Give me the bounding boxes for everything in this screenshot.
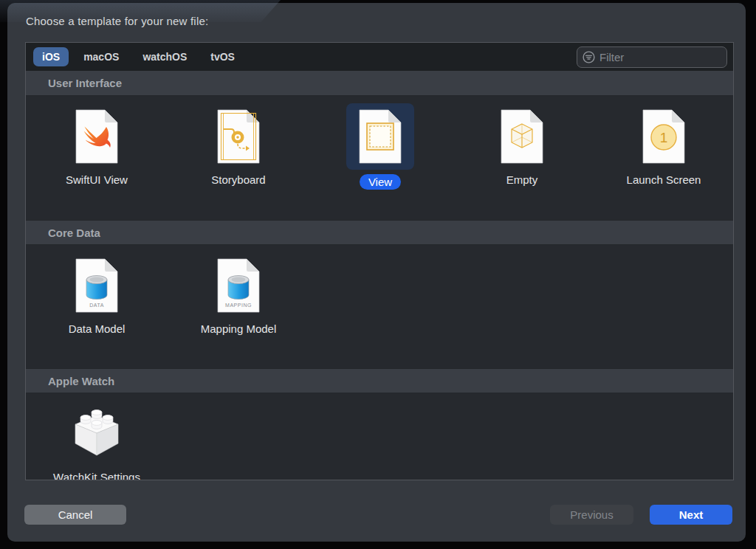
template-item-label: SwiftUI View: [66, 173, 128, 186]
template-item-label: View: [360, 174, 401, 190]
filter-input[interactable]: Filter: [577, 46, 727, 68]
section-header-apple-watch: Apple Watch: [26, 368, 733, 393]
template-item-label: Storyboard: [211, 173, 265, 186]
svg-text:1: 1: [660, 130, 668, 145]
watchkit-brick-icon: [63, 401, 131, 467]
dialog-title: Choose a template for your new file:: [26, 15, 208, 27]
template-item-watchkit-settings[interactable]: WatchKit Settings: [26, 393, 168, 480]
tab-ios[interactable]: iOS: [33, 47, 69, 66]
filter-placeholder: Filter: [599, 51, 624, 63]
template-item-storyboard[interactable]: Storyboard: [168, 96, 309, 190]
template-chooser-panel: iOS macOS watchOS tvOS Filter User Inter…: [25, 42, 734, 480]
template-item-empty[interactable]: Empty: [451, 96, 593, 190]
section-header-core-data: Core Data: [26, 220, 733, 245]
section-header-user-interface: User Interface: [26, 71, 733, 96]
template-item-mapping-model[interactable]: MAPPINGMapping Model: [168, 245, 309, 335]
mapping-model-document-icon: MAPPING: [205, 252, 272, 319]
data-model-document-icon: DATA: [63, 252, 131, 319]
section-content-user-interface: SwiftUI View Storyboard View Empty 1Laun…: [26, 96, 733, 220]
storyboard-document-icon: [205, 103, 272, 170]
template-item-label: Launch Screen: [627, 173, 701, 186]
template-item-launch-screen[interactable]: 1Launch Screen: [593, 96, 733, 190]
template-item-label: Mapping Model: [201, 322, 277, 335]
template-item-data-model[interactable]: DATAData Model: [26, 245, 168, 335]
tab-macos[interactable]: macOS: [75, 47, 128, 66]
tab-watchos[interactable]: watchOS: [134, 47, 196, 66]
svg-text:DATA: DATA: [89, 303, 104, 308]
filter-circle-icon: [583, 51, 595, 63]
template-item-label: Data Model: [69, 322, 126, 335]
next-button[interactable]: Next: [650, 505, 732, 525]
template-item-label: WatchKit Settings: [53, 471, 140, 480]
previous-button[interactable]: Previous: [550, 505, 633, 525]
section-content-apple-watch: WatchKit Settings: [26, 393, 733, 480]
section-content-core-data: DATAData Model MAPPINGMapping Model: [26, 245, 733, 368]
svg-text:MAPPING: MAPPING: [225, 303, 252, 308]
swiftui-document-icon: [63, 103, 131, 170]
empty-document-icon: [488, 103, 556, 170]
launch-screen-document-icon: 1: [630, 103, 698, 170]
new-file-template-dialog: Choose a template for your new file: iOS…: [7, 3, 746, 542]
view-document-icon: [346, 103, 414, 170]
template-sections: User Interface SwiftUI View Storyboard V…: [26, 71, 733, 480]
cancel-button[interactable]: Cancel: [24, 505, 126, 525]
platform-tab-bar: iOS macOS watchOS tvOS Filter: [26, 43, 733, 71]
template-item-view[interactable]: View: [309, 96, 451, 190]
template-item-label: Empty: [506, 173, 538, 186]
tab-tvos[interactable]: tvOS: [202, 47, 244, 66]
template-item-swiftui-view[interactable]: SwiftUI View: [26, 96, 168, 190]
